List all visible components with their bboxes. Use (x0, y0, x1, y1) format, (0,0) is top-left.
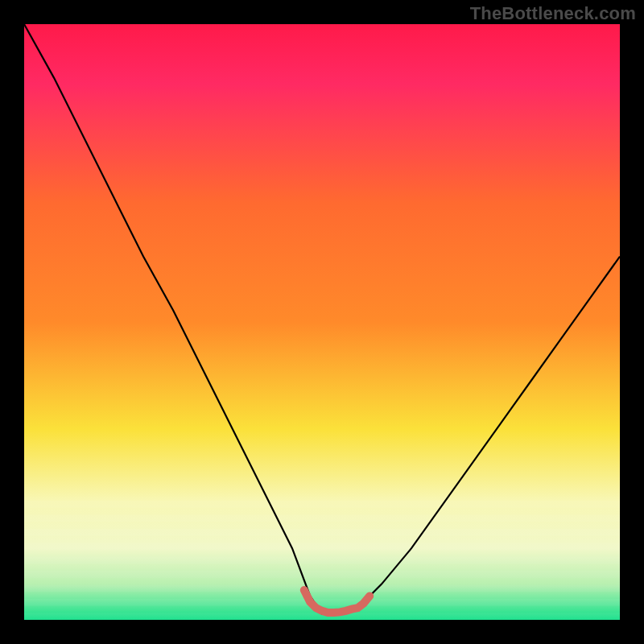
stripe (24, 522, 620, 529)
stripe (24, 550, 620, 557)
stripe (24, 514, 620, 522)
stripe (24, 557, 620, 564)
stripe (24, 508, 620, 515)
stripe (24, 501, 620, 508)
watermark-text: TheBottleneck.com (470, 3, 636, 24)
stripe (24, 599, 620, 606)
stripe (24, 592, 620, 599)
stripe (24, 585, 620, 592)
stripe (24, 536, 620, 543)
stripe (24, 564, 620, 571)
stripe (24, 578, 620, 585)
stripe (24, 620, 620, 627)
stripe (24, 543, 620, 550)
stripe (24, 571, 620, 578)
stripe (24, 529, 620, 536)
bottleneck-chart (0, 0, 644, 644)
chart-frame: TheBottleneck.com (0, 0, 644, 644)
